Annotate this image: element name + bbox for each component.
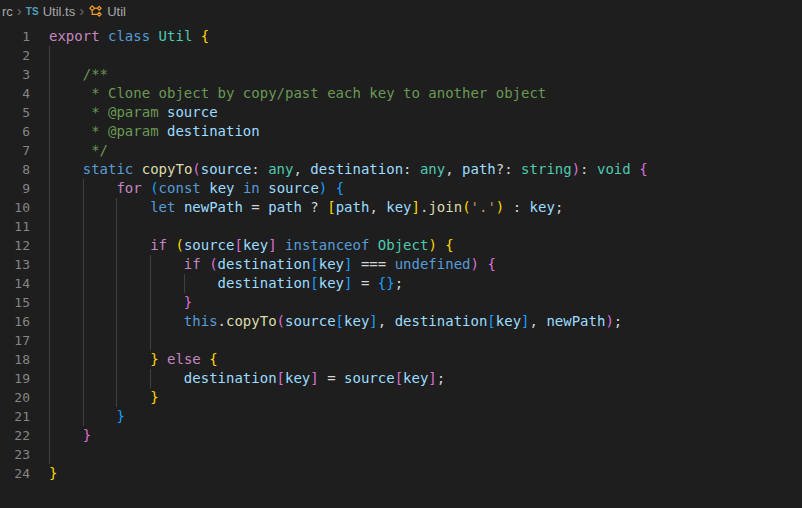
- code-line-content[interactable]: }: [49, 464, 57, 483]
- code-line[interactable]: 18 } else {: [0, 350, 802, 369]
- breadcrumb-item-symbol[interactable]: Util: [88, 4, 126, 19]
- line-number[interactable]: 11: [0, 217, 30, 236]
- breadcrumb-item-src[interactable]: rc: [2, 4, 13, 19]
- code-line[interactable]: 19 destination[key] = source[key];: [0, 369, 802, 388]
- code-token: {}: [378, 275, 395, 291]
- line-number[interactable]: 9: [0, 179, 30, 198]
- code-line-content[interactable]: }: [49, 388, 159, 407]
- line-number[interactable]: 24: [0, 464, 30, 483]
- line-number[interactable]: 23: [0, 445, 30, 464]
- code-line-content[interactable]: for (const key in source) {: [49, 179, 344, 198]
- code-token: =: [319, 370, 344, 386]
- code-line-content[interactable]: destination[key] = {};: [49, 274, 403, 293]
- code-token: [: [277, 370, 285, 386]
- indent-guide: [49, 160, 50, 179]
- code-line-content[interactable]: this.copyTo(source[key], destination[key…: [49, 312, 622, 331]
- code-line[interactable]: 12 if (source[key] instanceof Object) {: [0, 236, 802, 255]
- line-number[interactable]: 3: [0, 65, 30, 84]
- code-line-content[interactable]: }: [49, 407, 125, 426]
- code-token: ;: [395, 275, 403, 291]
- code-area[interactable]: 1export class Util {23 /**4 * Clone obje…: [0, 22, 802, 483]
- code-line[interactable]: 1export class Util {: [0, 27, 802, 46]
- code-token: [49, 389, 150, 405]
- code-line-content[interactable]: * @param source: [49, 103, 218, 122]
- line-number[interactable]: 14: [0, 274, 30, 293]
- indent-guide: [49, 84, 50, 103]
- code-token: copyTo: [226, 313, 277, 329]
- code-line-content[interactable]: if (destination[key] === undefined) {: [49, 255, 496, 274]
- line-number[interactable]: 2: [0, 46, 30, 65]
- code-line[interactable]: 17: [0, 331, 802, 350]
- code-token: ]: [412, 199, 420, 215]
- line-number[interactable]: 4: [0, 84, 30, 103]
- line-number[interactable]: 22: [0, 426, 30, 445]
- code-token: [631, 161, 639, 177]
- code-line[interactable]: 15 }: [0, 293, 802, 312]
- code-token: [150, 28, 158, 44]
- line-number[interactable]: 21: [0, 407, 30, 426]
- code-token: ]: [268, 237, 276, 253]
- code-line-content[interactable]: if (source[key] instanceof Object) {: [49, 236, 454, 255]
- code-line[interactable]: 3 /**: [0, 65, 802, 84]
- code-line[interactable]: 24}: [0, 464, 802, 483]
- code-token: :: [504, 199, 529, 215]
- breadcrumb-item-file[interactable]: TS Util.ts: [26, 4, 75, 19]
- line-number[interactable]: 8: [0, 160, 30, 179]
- code-line[interactable]: 10 let newPath = path ? [path, key].join…: [0, 198, 802, 217]
- code-line[interactable]: 16 this.copyTo(source[key], destination[…: [0, 312, 802, 331]
- code-line[interactable]: 8 static copyTo(source: any, destination…: [0, 160, 802, 179]
- code-line-content[interactable]: let newPath = path ? [path, key].join('.…: [49, 198, 563, 217]
- code-token: .: [218, 313, 226, 329]
- code-line-content[interactable]: static copyTo(source: any, destination: …: [49, 160, 648, 179]
- code-token: path: [336, 199, 370, 215]
- indent-guide: [150, 312, 151, 331]
- code-line[interactable]: 11: [0, 217, 802, 236]
- code-line[interactable]: 20 }: [0, 388, 802, 407]
- line-number[interactable]: 20: [0, 388, 30, 407]
- line-number[interactable]: 13: [0, 255, 30, 274]
- code-line[interactable]: 9 for (const key in source) {: [0, 179, 802, 198]
- code-line[interactable]: 5 * @param source: [0, 103, 802, 122]
- code-token: ): [319, 180, 327, 196]
- line-number[interactable]: 15: [0, 293, 30, 312]
- code-line-content[interactable]: } else {: [49, 350, 218, 369]
- code-line[interactable]: 23: [0, 445, 802, 464]
- line-number[interactable]: 19: [0, 369, 30, 388]
- code-line[interactable]: 7 */: [0, 141, 802, 160]
- code-line[interactable]: 13 if (destination[key] === undefined) {: [0, 255, 802, 274]
- line-number[interactable]: 16: [0, 312, 30, 331]
- line-number[interactable]: 18: [0, 350, 30, 369]
- code-line[interactable]: 6 * @param destination: [0, 122, 802, 141]
- line-number[interactable]: 7: [0, 141, 30, 160]
- code-token: {: [209, 351, 217, 367]
- code-token: for: [116, 180, 141, 196]
- code-token: }: [116, 408, 124, 424]
- line-number[interactable]: 17: [0, 331, 30, 350]
- code-line-content[interactable]: * @param destination: [49, 122, 260, 141]
- code-token: key: [530, 199, 555, 215]
- code-line-content[interactable]: export class Util {: [49, 27, 209, 46]
- code-line-content[interactable]: */: [49, 141, 108, 160]
- code-line-content[interactable]: * Clone object by copy/past each key to …: [49, 84, 546, 103]
- code-token: ;: [437, 370, 445, 386]
- code-token: (: [462, 199, 470, 215]
- code-token: =: [352, 275, 377, 291]
- line-number[interactable]: 10: [0, 198, 30, 217]
- line-number[interactable]: 12: [0, 236, 30, 255]
- code-line-content[interactable]: }: [49, 426, 91, 445]
- code-token: * Clone object by copy/past each key to …: [49, 85, 546, 101]
- code-token: source: [344, 370, 395, 386]
- line-number[interactable]: 1: [0, 27, 30, 46]
- code-line-content[interactable]: /**: [49, 65, 108, 84]
- code-line-content[interactable]: destination[key] = source[key];: [49, 369, 445, 388]
- code-line-content[interactable]: }: [49, 293, 192, 312]
- code-line[interactable]: 4 * Clone object by copy/past each key t…: [0, 84, 802, 103]
- code-token: destination: [310, 161, 403, 177]
- line-number[interactable]: 5: [0, 103, 30, 122]
- code-line[interactable]: 2: [0, 46, 802, 65]
- code-line[interactable]: 14 destination[key] = {};: [0, 274, 802, 293]
- code-line[interactable]: 21 }: [0, 407, 802, 426]
- line-number[interactable]: 6: [0, 122, 30, 141]
- code-line[interactable]: 22 }: [0, 426, 802, 445]
- code-token: key: [344, 313, 369, 329]
